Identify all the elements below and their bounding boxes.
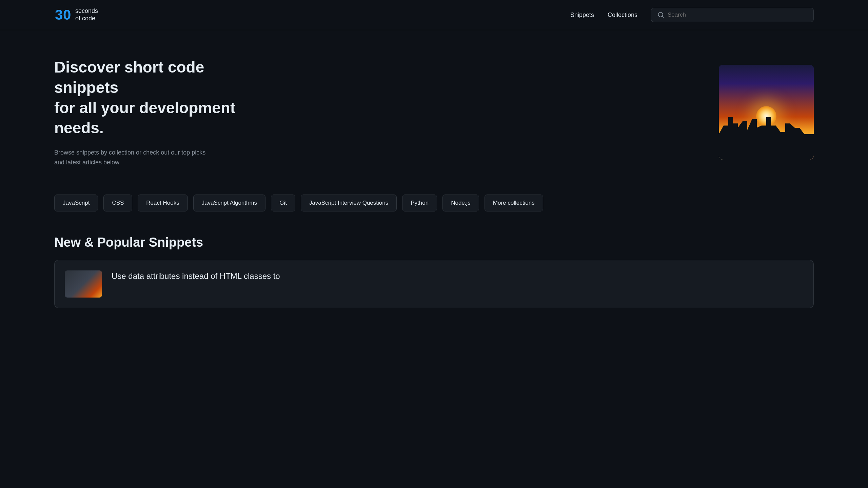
logo-text: seconds of code xyxy=(75,7,98,22)
tag-javascript[interactable]: JavaScript xyxy=(54,195,98,211)
search-input[interactable] xyxy=(668,12,807,18)
nav-collections[interactable]: Collections xyxy=(608,12,637,19)
popular-section-title: New & Popular Snippets xyxy=(54,235,814,250)
nav-snippets[interactable]: Snippets xyxy=(570,12,594,19)
snippet-title: Use data attributes instead of HTML clas… xyxy=(112,271,280,281)
logo[interactable]: 3 0 seconds of code xyxy=(54,6,98,24)
tag-css[interactable]: CSS xyxy=(103,195,132,211)
main-nav: Snippets Collections xyxy=(570,8,814,22)
collections-section: JavaScriptCSSReact HooksJavaScript Algor… xyxy=(0,188,868,228)
tag-js-algorithms[interactable]: JavaScript Algorithms xyxy=(193,195,265,211)
hero-section: Discover short code snippets for all you… xyxy=(0,30,868,188)
collection-tags: JavaScriptCSSReact HooksJavaScript Algor… xyxy=(54,195,814,211)
tag-python[interactable]: Python xyxy=(402,195,437,211)
hero-content: Discover short code snippets for all you… xyxy=(54,57,264,167)
hero-title: Discover short code snippets for all you… xyxy=(54,57,264,138)
snippet-content: Use data attributes instead of HTML clas… xyxy=(112,270,803,282)
search-icon xyxy=(657,12,664,18)
logo-icon: 3 0 xyxy=(54,6,72,24)
snippet-thumbnail xyxy=(65,270,102,298)
tag-git[interactable]: Git xyxy=(271,195,295,211)
svg-text:0: 0 xyxy=(63,7,71,23)
popular-section: New & Popular Snippets Use data attribut… xyxy=(0,228,868,315)
svg-line-3 xyxy=(662,16,664,18)
hero-image xyxy=(719,65,814,160)
tag-more[interactable]: More collections xyxy=(485,195,543,211)
tag-react-hooks[interactable]: React Hooks xyxy=(138,195,188,211)
search-bar[interactable] xyxy=(651,8,814,22)
tag-js-interview[interactable]: JavaScript Interview Questions xyxy=(301,195,397,211)
svg-text:3: 3 xyxy=(55,7,63,23)
hero-subtitle: Browse snippets by collection or check o… xyxy=(54,148,264,167)
snippet-card[interactable]: Use data attributes instead of HTML clas… xyxy=(54,260,814,308)
tag-nodejs[interactable]: Node.js xyxy=(442,195,479,211)
